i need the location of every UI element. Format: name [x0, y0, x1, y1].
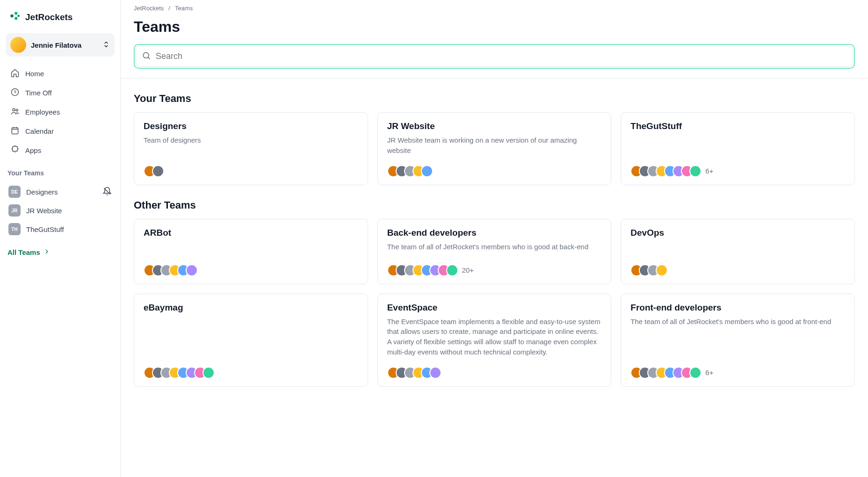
clock-icon [10, 87, 20, 98]
nav-label: Time Off [25, 89, 52, 97]
avatar-row [387, 361, 602, 379]
other-teams-grid: ARBotBack-end developersThe team of all … [134, 219, 855, 387]
nav-label: Calendar [25, 127, 54, 135]
team-abbr-badge: DE [8, 186, 21, 198]
breadcrumb-sep: / [168, 5, 170, 12]
team-label: Designers [26, 188, 58, 196]
sidebar-section-label: Your Teams [6, 163, 115, 180]
team-card-back-end-developers[interactable]: Back-end developersThe team of all of Je… [377, 219, 612, 284]
card-title: JR Website [387, 121, 435, 131]
nav-label: Home [25, 70, 44, 78]
avatar [203, 367, 215, 379]
card-title: Front-end developers [630, 303, 721, 313]
avatar-row: 20+ [387, 259, 602, 276]
section-heading-other-teams: Other Teams [134, 199, 855, 211]
avatar-row [144, 159, 358, 177]
team-card-thegutstuff[interactable]: TheGutStuff6+ [621, 112, 855, 185]
team-label: JR Website [26, 207, 62, 215]
brand-name: JetRockets [25, 12, 72, 22]
card-description: The team of all of JetRocket's members w… [630, 317, 845, 327]
svg-point-6 [16, 109, 18, 111]
card-title: DevOps [630, 228, 664, 238]
page-title: Teams [134, 18, 855, 36]
sidebar: JetRockets Jennie Filatova HomeTime OffE… [0, 0, 121, 477]
card-title: Designers [144, 121, 187, 131]
team-card-jr-website[interactable]: JR WebsiteJR Website team is working on … [377, 112, 612, 185]
calendar-icon [10, 126, 20, 137]
card-description: JR Website team is working on a new vers… [387, 135, 602, 156]
team-card-devops[interactable]: DevOps [621, 219, 855, 284]
sidebar-team-thegutstuff[interactable]: THTheGutStuff [6, 220, 115, 238]
svg-point-3 [18, 15, 20, 17]
avatar-row [144, 361, 358, 379]
card-description: The team of all of JetRocket's members w… [387, 242, 602, 252]
svg-point-8 [143, 52, 149, 58]
team-label: TheGutStuff [26, 225, 64, 233]
breadcrumb: JetRockets / Teams [134, 2, 855, 14]
svg-rect-7 [12, 128, 18, 134]
divider [121, 78, 868, 79]
nav-label: Employees [25, 108, 60, 116]
avatar [446, 264, 458, 276]
main-content: JetRockets / Teams Teams Your Teams Desi… [121, 0, 868, 477]
card-title: Back-end developers [387, 228, 477, 238]
team-card-ebaymag[interactable]: eBaymag [134, 294, 368, 387]
card-description: The EventSpace team implements a flexibl… [387, 317, 602, 357]
breadcrumb-item[interactable]: Teams [175, 5, 193, 12]
all-teams-label: All Teams [7, 248, 40, 256]
avatar [152, 165, 164, 177]
card-title: EventSpace [387, 303, 438, 313]
card-title: ARBot [144, 228, 171, 238]
user-switcher[interactable]: Jennie Filatova [6, 33, 115, 57]
avatar-row [630, 259, 845, 276]
avatar [421, 165, 433, 177]
avatar [689, 367, 702, 379]
svg-point-5 [13, 108, 15, 111]
brand-logo-icon [8, 10, 21, 24]
svg-point-2 [14, 17, 18, 20]
user-name: Jennie Filatova [31, 41, 98, 49]
bell-off-icon [102, 187, 112, 197]
nav-item-home[interactable]: Home [6, 64, 115, 83]
avatar-overflow-count: 20+ [462, 266, 474, 274]
sidebar-team-designers[interactable]: DEDesigners [6, 182, 115, 201]
avatar [10, 37, 26, 53]
all-teams-link[interactable]: All Teams [6, 241, 115, 263]
avatar-row: 6+ [630, 159, 845, 177]
home-icon [10, 68, 20, 79]
avatar-row: 6+ [630, 361, 845, 379]
chevron-right-icon [43, 248, 51, 257]
team-card-designers[interactable]: DesignersTeam of designers [134, 112, 368, 185]
search-input[interactable] [156, 51, 847, 61]
avatar-overflow-count: 6+ [705, 167, 713, 175]
nav-item-calendar[interactable]: Calendar [6, 122, 115, 141]
chevron-up-down-icon [102, 41, 110, 50]
avatar-row [387, 159, 602, 177]
avatar [689, 165, 702, 177]
avatar [186, 264, 198, 276]
svg-point-0 [10, 14, 13, 18]
avatar [429, 367, 441, 379]
team-card-eventspace[interactable]: EventSpaceThe EventSpace team implements… [377, 294, 612, 387]
avatar-row [144, 259, 358, 276]
avatar [656, 264, 668, 276]
nav-item-time-off[interactable]: Time Off [6, 83, 115, 102]
team-abbr-badge: JR [8, 204, 21, 217]
nav-item-apps[interactable]: Apps [6, 141, 115, 160]
avatar-overflow-count: 6+ [705, 369, 713, 376]
brand[interactable]: JetRockets [6, 8, 115, 29]
nav-label: Apps [25, 146, 41, 154]
puzzle-icon [10, 145, 20, 156]
card-description: Team of designers [144, 135, 358, 145]
nav-item-employees[interactable]: Employees [6, 102, 115, 122]
section-heading-your-teams: Your Teams [134, 93, 855, 105]
your-teams-grid: DesignersTeam of designersJR WebsiteJR W… [134, 112, 855, 185]
team-card-arbot[interactable]: ARBot [134, 219, 368, 284]
breadcrumb-item[interactable]: JetRockets [134, 5, 164, 12]
svg-point-1 [14, 12, 18, 15]
sidebar-team-jr-website[interactable]: JRJR Website [6, 201, 115, 220]
search-icon [142, 51, 151, 62]
team-card-front-end-developers[interactable]: Front-end developersThe team of all of J… [621, 294, 855, 387]
card-title: TheGutStuff [630, 121, 682, 131]
card-title: eBaymag [144, 303, 183, 313]
